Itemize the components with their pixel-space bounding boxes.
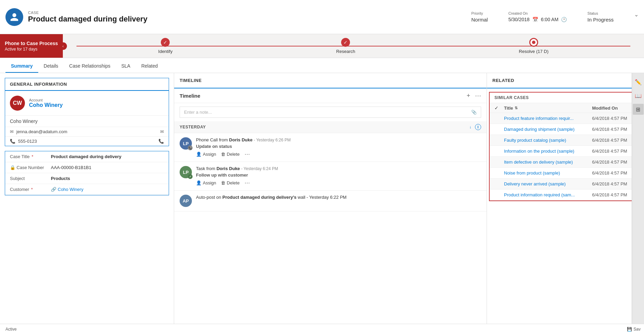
form-section: Case Title * Product damaged during deli… — [5, 151, 169, 195]
similar-cases-title: SIMILAR CASES — [490, 93, 641, 103]
process-active-label: Active for 17 days — [5, 47, 58, 52]
status-bar: Active 💾 Sav — [0, 324, 644, 334]
identify-circle: ✓ — [161, 38, 170, 47]
right-panel: RELATED SIMILAR CASES ✓ Title ⇅ Modified… — [487, 73, 644, 324]
phonecall-body: Update on status — [196, 144, 481, 149]
case-row-title[interactable]: Faulty product catalog (sample) — [504, 138, 592, 143]
required-star: * — [30, 154, 33, 159]
account-info: CW Account Coho Winery — [5, 91, 169, 115]
similar-case-row: Product feature information requir... 6/… — [490, 113, 641, 124]
task-more-button[interactable]: ⋯ — [244, 180, 250, 186]
process-label-title: Phone to Case Process — [5, 41, 58, 46]
tab-related[interactable]: Related — [136, 60, 163, 73]
book-sidebar-icon[interactable]: 📖 — [633, 90, 644, 101]
subject-value[interactable]: Products — [51, 176, 164, 181]
customer-row: Customer * 🔗 Coho Winery — [5, 184, 169, 195]
case-row-title[interactable]: Product information required (sam... — [504, 192, 592, 197]
task-content: Task from Doris Duke - Yesterday 6:24 PM… — [196, 166, 481, 186]
task-delete-button[interactable]: 🗑 Delete — [221, 180, 240, 185]
task-assign-button[interactable]: 👤 Assign — [196, 180, 216, 185]
customer-label: Customer * — [10, 187, 51, 192]
case-row-title[interactable]: Delivery never arrived (sample) — [504, 181, 592, 186]
research-label: Research — [336, 49, 355, 54]
right-sidebar-toolbar: ✏️ 📖 ⊞ — [632, 73, 644, 324]
subject-row: Subject Products — [5, 173, 169, 184]
created-date: 5/30/2018 — [508, 17, 530, 22]
timeline-item-phonecall: LP 📞 Phone Call from Doris Duke - Yester… — [174, 133, 487, 162]
timeline-toolbar-actions: + ⋯ — [466, 92, 481, 99]
phonecall-title: Phone Call from Doris Duke - Yesterday 6… — [196, 137, 481, 142]
add-timeline-button[interactable]: + — [466, 92, 470, 99]
phonecall-delete-button[interactable]: 🗑 Delete — [221, 152, 240, 157]
phone-icon: 📞 — [10, 139, 15, 144]
header-collapse-button[interactable]: ⌄ — [634, 11, 639, 18]
case-row-title[interactable]: Damaged during shipment (sample) — [504, 127, 592, 132]
task-actions: 👤 Assign 🗑 Delete ⋯ — [196, 180, 481, 186]
case-number-value: AAA-00000-B1B1B1 — [51, 165, 164, 170]
account-name[interactable]: Coho Winery — [29, 102, 63, 108]
clock-icon[interactable]: 🕐 — [561, 17, 567, 22]
cw-avatar: CW — [10, 96, 25, 111]
calendar-icon[interactable]: 📅 — [532, 17, 538, 22]
header-fields: Priority Normal Created On 5/30/2018 📅 6… — [471, 11, 639, 23]
task-badge-icon: ✓ — [188, 174, 193, 179]
similar-case-row: Product information required (sam... 6/4… — [490, 190, 641, 200]
case-number-row: 🔒 Case Number AAA-00000-B1B1B1 — [5, 162, 169, 173]
general-info-title: GENERAL INFORMATION — [5, 78, 169, 91]
timeline-note-input[interactable]: Enter a note... 📎 — [180, 107, 481, 118]
phone-value: 555-0123 — [18, 139, 37, 144]
autopost-content: Auto-post on Product damaged during deli… — [196, 195, 481, 207]
title-col-header[interactable]: Title ⇅ — [504, 106, 592, 111]
task-delete-label: Delete — [227, 180, 240, 185]
case-title: Product damaged during delivery — [28, 15, 148, 24]
process-step-research[interactable]: ✓ Research — [336, 38, 355, 54]
note-placeholder: Enter a note... — [184, 110, 212, 115]
attachment-icon[interactable]: 📎 — [471, 110, 477, 115]
more-timeline-button[interactable]: ⋯ — [475, 92, 481, 99]
info-icon[interactable]: i — [475, 124, 481, 130]
email-row: ✉ jenna.dean@adatum.com ✉ — [5, 127, 169, 136]
date-col-header: Modified On — [592, 106, 636, 111]
case-row-title[interactable]: Product feature information requir... — [504, 116, 592, 121]
process-collapse-button[interactable]: ‹ — [59, 42, 67, 50]
case-title-row: Case Title * Product damaged during deli… — [5, 151, 169, 162]
case-row-date: 6/4/2018 4:57 PM — [592, 138, 636, 143]
similar-cases-box: SIMILAR CASES ✓ Title ⇅ Modified On Prod… — [489, 92, 642, 201]
tabs-bar: Summary Details Case Relationships SLA R… — [0, 58, 644, 73]
tab-case-relationships[interactable]: Case Relationships — [64, 60, 116, 73]
case-row-date: 6/4/2018 4:57 PM — [592, 116, 636, 121]
phonecall-more-button[interactable]: ⋯ — [244, 151, 250, 157]
status-active-text: Active — [5, 327, 17, 332]
phone-action-icon[interactable]: 📞 — [158, 139, 164, 144]
tab-summary[interactable]: Summary — [5, 60, 38, 73]
process-step-identify[interactable]: ✓ Identify — [158, 38, 172, 54]
grid-sidebar-icon[interactable]: ⊞ — [633, 104, 644, 115]
created-on-field: Created On 5/30/2018 📅 6:00 AM 🕐 — [508, 11, 567, 22]
similar-case-row: Faulty product catalog (sample) 6/4/2018… — [490, 135, 641, 146]
email-action-icon[interactable]: ✉ — [160, 129, 164, 134]
delete-label: Delete — [227, 152, 240, 157]
sort-icon: ⇅ — [515, 106, 518, 110]
task-time: - Yesterday 6:24 PM — [241, 166, 278, 171]
similar-case-row: Damaged during shipment (sample) 6/4/201… — [490, 124, 641, 135]
email-left: ✉ jenna.dean@adatum.com — [10, 129, 67, 134]
email-value: jenna.dean@adatum.com — [16, 129, 67, 134]
autopost-title: Auto-post on Product damaged during deli… — [196, 195, 481, 200]
timeline-item-task: LP ✓ Task from Doris Duke - Yesterday 6:… — [174, 162, 487, 191]
process-step-resolve[interactable]: Resolve (17 D) — [519, 38, 549, 54]
case-label: CASE — [28, 11, 148, 15]
edit-sidebar-icon[interactable]: ✏️ — [633, 76, 644, 87]
case-row-title[interactable]: Item defective on delivery (sample) — [504, 159, 592, 165]
case-title-value[interactable]: Product damaged during delivery — [51, 154, 164, 159]
tab-details[interactable]: Details — [38, 60, 64, 73]
case-row-title[interactable]: Information on the product (sample) — [504, 149, 592, 154]
customer-value[interactable]: 🔗 Coho Winery — [51, 187, 164, 192]
phonecall-assign-button[interactable]: 👤 Assign — [196, 152, 216, 157]
sort-down-icon[interactable]: ↓ — [470, 125, 472, 129]
case-row-title[interactable]: Noise from product (sample) — [504, 170, 592, 176]
tab-sla[interactable]: SLA — [116, 60, 136, 73]
save-button[interactable]: 💾 Sav — [627, 327, 641, 332]
title-col-label: Title — [504, 106, 513, 111]
similar-case-row: Noise from product (sample) 6/4/2018 4:5… — [490, 168, 641, 179]
identify-label: Identify — [158, 49, 172, 54]
